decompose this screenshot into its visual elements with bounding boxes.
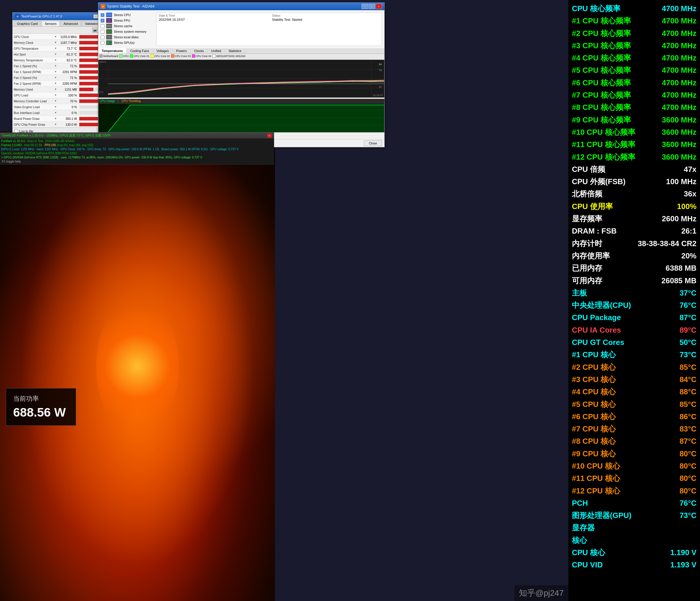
power-display-value: 688.56 W [13, 406, 69, 419]
sensor-arrow-3[interactable]: ▼ [53, 53, 58, 55]
legend-cpu-core2-checkbox[interactable] [151, 54, 154, 58]
aida-tab-cooling-fans[interactable]: Cooling Fans [127, 48, 153, 53]
stress-memory-checkbox[interactable] [101, 30, 104, 34]
aida-tab-clocks[interactable]: Clocks [191, 48, 208, 53]
stress-cpu-checkbox[interactable]: ✓ [101, 13, 104, 17]
sensor-arrow-1[interactable]: ▼ [53, 41, 58, 44]
right-panel-value-2: 4700 MHz [662, 27, 697, 39]
right-panel-value-13: 47x [684, 163, 697, 175]
sensor-arrow-4[interactable]: ▼ [53, 59, 58, 61]
right-panel-label-17: 显存频率 [572, 213, 602, 225]
gpuz-tab-sensors[interactable]: Sensors [42, 21, 60, 26]
aida-restore-btn[interactable]: □ [369, 4, 375, 9]
sensor-value-12: 0 % [58, 105, 78, 109]
stress-cache-icon [106, 24, 112, 28]
right-panel-label-39: #12 CPU 核心 [572, 485, 620, 497]
sensor-arrow-15[interactable]: ▼ [53, 123, 58, 126]
sensor-row-5: Fan 1 Speed (%) ▼ 72 % [12, 63, 111, 69]
sensor-arrow-2[interactable]: ▼ [53, 47, 58, 50]
gpuz-minimize-btn[interactable]: − [93, 14, 98, 19]
right-panel-label-32: #5 CPU 核心 [572, 398, 616, 410]
legend-wds-checkbox[interactable] [212, 54, 216, 58]
gpuz-tab-graphics-card[interactable]: Graphics Card [14, 21, 41, 26]
aida-tab-temperatures[interactable]: Temperatures [98, 48, 127, 53]
stress-cache-checkbox[interactable] [101, 24, 104, 28]
legend-cpu-checkbox[interactable] [119, 54, 123, 58]
right-panel-row-28: #1 CPU 核心 73°C [572, 348, 697, 361]
legend-cpu-core4-checkbox[interactable] [192, 54, 195, 58]
sensor-name-8: Fan 2 Speed (RPM) [12, 82, 53, 85]
right-panel-label-18: DRAM : FSB [572, 225, 617, 237]
right-panel-value-6: 4700 MHz [662, 77, 697, 88]
sensor-arrow-14[interactable]: ▼ [53, 117, 58, 120]
sensor-arrow-7[interactable]: ▼ [53, 76, 58, 79]
sensor-arrow-0[interactable]: ▼ [53, 35, 58, 38]
aida-close-button[interactable]: Close [364, 140, 382, 146]
legend-cpu-core3-checkbox[interactable] [171, 54, 174, 58]
status-label: Status [272, 14, 379, 17]
right-panel-value-29: 85°C [679, 361, 697, 373]
aida-tab-voltages[interactable]: Voltages [153, 48, 173, 53]
sensor-row-0: GPU Clock ▼ 1155.0 MHz [12, 34, 111, 40]
right-panel-row-8: #8 CPU 核心频率 4700 MHz [572, 101, 697, 113]
right-panel-label-11: #11 CPU 核心频率 [572, 138, 635, 150]
legend-wds[interactable]: WDS100T3X0C-00SJG0 [212, 54, 245, 58]
datetime-col: Date & Time 2022/9/6 10:19:57 [159, 14, 266, 21]
right-panel-row-0: CPU 核心频率 4700 MHz [572, 2, 697, 15]
right-panel-value-12: 3600 MHz [662, 151, 697, 163]
aida-stress-panel: ✓ Stress CPU ✓ Stress FPU Stress cache [101, 12, 153, 46]
core3-temp-line [108, 80, 384, 94]
aida-tab-unified[interactable]: Unified [208, 48, 225, 53]
legend-cpu-core1[interactable]: CPU Core #1 [130, 54, 149, 58]
sensor-value-6: 2291 RPM [58, 70, 78, 74]
sensor-arrow-9[interactable]: ▼ [53, 88, 58, 90]
sensor-value-13: 0 % [58, 111, 78, 114]
right-panel-row-2: #2 CPU 核心频率 4700 MHz [572, 27, 697, 40]
legend-motherboard-checkbox[interactable] [99, 54, 103, 58]
stress-fpu-checkbox[interactable]: ✓ [101, 19, 104, 23]
sensor-arrow-12[interactable]: ▼ [53, 106, 58, 108]
aida-tab-statistics[interactable]: Statistics [225, 48, 245, 53]
sensor-name-3: Hot Spot [12, 53, 53, 56]
right-panel: CPU 核心频率 4700 MHz #1 CPU 核心频率 4700 MHz #… [568, 0, 700, 601]
legend-cpu-core2-label: CPU Core #2 [154, 55, 170, 58]
right-panel-value-23: 37°C [679, 287, 697, 299]
gpuz-camera-icon[interactable]: 📷 [92, 27, 97, 33]
right-panel-row-10: #10 CPU 核心频率 3600 MHz [572, 126, 697, 138]
gpuz-tab-advanced[interactable]: Advanced [60, 21, 81, 26]
sensor-arrow-8[interactable]: ▼ [53, 82, 58, 85]
right-panel-label-42: 显存器 [572, 522, 595, 533]
stress-gpu-checkbox[interactable] [101, 41, 104, 45]
right-panel-label-14: CPU 外频(FSB) [572, 176, 625, 187]
legend-cpu-core3[interactable]: CPU Core #3 [171, 54, 191, 58]
right-panel-label-35: #8 CPU 核心 [572, 435, 616, 447]
aida-tab-powers[interactable]: Powers [173, 48, 191, 53]
sensor-arrow-5[interactable]: ▼ [53, 64, 58, 67]
sensor-name-6: Fan 1 Speed (RPM) [12, 70, 53, 74]
legend-cpu-core4[interactable]: CPU Core #4 [192, 54, 211, 58]
power-display: 当前功率 688.56 W [6, 388, 76, 426]
legend-motherboard[interactable]: Motherboard [99, 54, 118, 58]
aida-minimize-btn[interactable]: − [361, 4, 368, 9]
right-panel-row-16: CPU 使用率 100% [572, 200, 697, 212]
stress-disk-checkbox[interactable] [101, 35, 104, 39]
sensor-arrow-11[interactable]: ▼ [53, 100, 58, 102]
sensor-row-3: Hot Spot ▼ 81.3 °C [12, 51, 111, 57]
furmark-close-btn[interactable]: × [267, 134, 272, 138]
right-panel-label-41: 图形处理器(GPU) [572, 509, 631, 521]
gpuz-title: TechPowerUp GPU-Z 2.47.0 [21, 15, 62, 18]
legend-cpu-core2[interactable]: CPU Core #2 [151, 54, 170, 58]
sensor-arrow-10[interactable]: ▼ [53, 94, 58, 97]
svg-marker-20 [108, 105, 384, 132]
sensor-arrow-6[interactable]: ▼ [53, 71, 58, 73]
right-panel-label-43: 核心 [572, 534, 587, 546]
sensor-arrow-13[interactable]: ▼ [53, 111, 58, 114]
sensor-value-4: 92.0 °C [58, 58, 78, 62]
right-panel-label-1: #1 CPU 核心频率 [572, 15, 631, 27]
stress-gpu-item: Stress GPU(s) [101, 40, 153, 45]
legend-cpu[interactable]: CPU [119, 54, 129, 58]
right-panel-value-10: 3600 MHz [662, 126, 697, 138]
right-panel-row-13: CPU 倍频 47x [572, 163, 697, 175]
legend-cpu-core1-checkbox[interactable] [130, 54, 133, 58]
aida-close-btn[interactable]: × [376, 4, 382, 9]
